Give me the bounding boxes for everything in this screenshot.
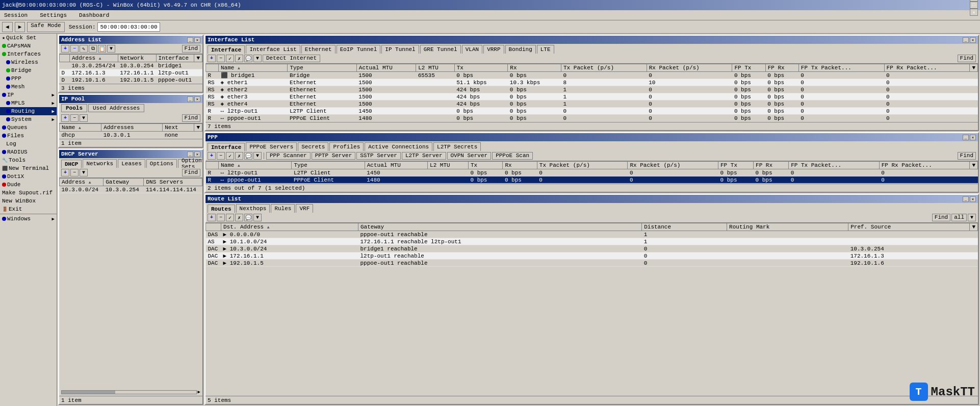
table-row[interactable]: D 172.16.1.3 172.16.1.1 l2tp-out1 xyxy=(60,69,202,77)
sidebar-item-routing[interactable]: Routing ▶ xyxy=(0,107,57,115)
route-find-options[interactable]: ▼ xyxy=(968,214,976,221)
tab-ethernet[interactable]: Ethernet xyxy=(301,45,336,54)
sidebar-item-mpls[interactable]: MPLS ▶ xyxy=(0,99,57,107)
tab-leases[interactable]: Leases xyxy=(118,159,145,168)
interface-list-table-scroll[interactable]: Name ▲ Type Actual MTU L2 MTU Tx Rx Tx P… xyxy=(205,64,978,122)
tab-ppp-interface[interactable]: Interface xyxy=(208,143,245,151)
ppp-close[interactable]: ✕ xyxy=(970,135,976,140)
table-row[interactable]: D 192.10.1.6 192.10.1.5 pppoe-out1 xyxy=(60,77,202,84)
route-all-btn[interactable]: all xyxy=(951,214,967,221)
tab-rules[interactable]: Rules xyxy=(271,204,295,213)
sidebar-item-windows[interactable]: Windows ▶ xyxy=(0,215,57,223)
dhcp-scrollbar[interactable] xyxy=(61,390,197,394)
sidebar-item-tools[interactable]: 🔧 Tools xyxy=(0,156,57,164)
sidebar-item-ppp[interactable]: PPP xyxy=(0,74,57,83)
ppp-remove-btn[interactable]: − xyxy=(217,152,225,160)
addr-paste-btn[interactable]: 📋 xyxy=(98,45,106,53)
tab-pppoe-servers[interactable]: PPPoE Servers xyxy=(246,142,297,151)
route-find-btn[interactable]: Find xyxy=(932,214,950,221)
tab-networks[interactable]: Networks xyxy=(83,159,117,168)
table-row[interactable]: DAC ▶ 192.10.1.5 pppoe-out1 reachable 0 … xyxy=(206,260,978,267)
addr-remove-btn[interactable]: − xyxy=(70,45,79,53)
sidebar-item-ip[interactable]: IP ▶ xyxy=(0,91,57,99)
ppp-col-rxp[interactable]: Rx Packet (p/s) xyxy=(628,162,718,169)
addr-col-scroll[interactable]: ▼ xyxy=(194,55,202,62)
ppp-col-flag[interactable] xyxy=(206,162,219,169)
sidebar-item-wireless[interactable]: Wireless xyxy=(0,58,57,66)
iface-remove-btn[interactable]: − xyxy=(217,55,225,62)
ppp-find-btn[interactable]: Find xyxy=(958,152,976,160)
iface-minimize[interactable]: _ xyxy=(963,37,969,43)
sidebar-item-terminal[interactable]: ⬛ New Terminal xyxy=(0,164,57,172)
addr-find-btn[interactable]: Find xyxy=(182,45,200,53)
sidebar-item-newwinbox[interactable]: New WinBox xyxy=(0,197,57,205)
ppp-disable-btn[interactable]: ✗ xyxy=(235,152,243,160)
table-row[interactable]: R ↔ pppoe-out1 PPPoE Client 1480 0 bps 0… xyxy=(206,176,978,184)
table-row[interactable]: R ↔ l2tp-out1 L2TP Client 1450 0 bps 0 b… xyxy=(206,169,978,176)
ppp-col-fprxp[interactable]: FP Rx Packet... xyxy=(879,162,970,169)
route-comment-btn[interactable]: 💬 xyxy=(244,214,252,221)
tab-bonding[interactable]: Bonding xyxy=(505,45,536,54)
ppp-add-btn[interactable]: + xyxy=(208,152,216,160)
address-list-minimize[interactable]: _ xyxy=(187,37,193,43)
table-row[interactable]: 10.3.0.0/24 10.3.0.254 114.114.114.114 xyxy=(60,186,202,193)
maximize-button[interactable]: □ xyxy=(970,2,978,9)
iface-col-fptxp[interactable]: FP Tx Packet... xyxy=(798,64,884,72)
route-close[interactable]: ✕ xyxy=(970,196,976,202)
ppp-col-fprx[interactable]: FP Rx xyxy=(754,162,789,169)
pool-col-addresses[interactable]: Addresses xyxy=(101,124,163,132)
iface-comment-btn[interactable]: 💬 xyxy=(244,55,252,62)
iface-disable-btn[interactable]: ✗ xyxy=(235,55,243,62)
tab-options[interactable]: Options xyxy=(146,159,177,168)
iface-filter-btn[interactable]: ▼ xyxy=(253,55,262,62)
sidebar-item-bridge[interactable]: Bridge xyxy=(0,66,57,74)
sidebar-item-interfaces[interactable]: Interfaces xyxy=(0,50,57,58)
iface-col-l2mtu[interactable]: L2 MTU xyxy=(416,64,454,72)
route-col-scroll[interactable]: ▼ xyxy=(970,223,978,231)
table-row[interactable]: R ↔ pppoe-out1 PPPoE Client 1480 0 bps 0… xyxy=(206,115,978,122)
addr-col-flag[interactable] xyxy=(60,55,70,62)
iface-col-rx[interactable]: Rx xyxy=(508,64,561,72)
iface-close[interactable]: ✕ xyxy=(970,37,976,43)
sidebar-item-files[interactable]: Files xyxy=(0,132,57,140)
sidebar-item-dot1x[interactable]: Dot1X xyxy=(0,172,57,181)
route-list-table-scroll[interactable]: Dst. Address ▲ Gateway Distance Routing … xyxy=(205,223,978,396)
tab-vrrp[interactable]: VRRP xyxy=(483,45,504,54)
addr-add-btn[interactable]: + xyxy=(61,45,69,53)
sstp-server-btn[interactable]: SSTP Server xyxy=(356,152,401,160)
dhcp-col-gateway[interactable]: Gateway xyxy=(104,179,144,186)
forward-button[interactable]: ▶ xyxy=(15,22,25,32)
iface-enable-btn[interactable]: ✓ xyxy=(226,55,234,62)
ppp-col-fptxp[interactable]: FP Tx Packet... xyxy=(789,162,880,169)
sidebar-item-exit[interactable]: 🚪 Exit xyxy=(0,205,57,213)
tab-pools[interactable]: Pools xyxy=(61,104,87,112)
tab-vrf[interactable]: VRF xyxy=(296,204,313,213)
detect-internet-btn[interactable]: Detect Internet xyxy=(263,55,320,62)
tab-option-sets[interactable]: Option Sets xyxy=(178,159,203,168)
table-row[interactable]: R ↔ l2tp-out1 L2TP Client 1450 0 bps 0 b… xyxy=(206,108,978,115)
iface-col-fptx[interactable]: FP Tx xyxy=(732,64,765,72)
sidebar-item-dude[interactable]: Dude xyxy=(0,181,57,189)
ppp-col-scroll[interactable]: ▼ xyxy=(970,162,978,169)
table-row[interactable]: 10.3.0.254/24 10.3.0.254 bridge1 xyxy=(60,62,202,69)
route-col-mark[interactable]: Routing Mark xyxy=(727,223,848,231)
ppp-col-tx[interactable]: Tx xyxy=(468,162,502,169)
menu-dashboard[interactable]: Dashboard xyxy=(77,11,111,19)
dhcp-scroll-right[interactable]: ▶ xyxy=(198,389,200,395)
sidebar-item-quickset[interactable]: ★ Quick Set xyxy=(0,34,57,42)
addr-edit-btn[interactable]: ✎ xyxy=(80,45,88,53)
route-col-distance[interactable]: Distance xyxy=(642,223,727,231)
iface-col-type[interactable]: Type xyxy=(288,64,356,72)
iface-col-tx[interactable]: Tx xyxy=(454,64,508,72)
table-row[interactable]: AS ▶ 10.1.0.0/24 172.16.1.1 reachable l2… xyxy=(206,238,978,245)
iface-col-txp[interactable]: Tx Packet (p/s) xyxy=(561,64,647,72)
tab-dhcp[interactable]: DHCP xyxy=(61,160,82,168)
ppp-col-fptx[interactable]: FP Tx xyxy=(718,162,754,169)
address-list-table-scroll[interactable]: Address ▲ Network Interface ▼ 10.3.0.254… xyxy=(59,54,202,84)
tab-secrets[interactable]: Secrets xyxy=(298,142,328,151)
l2tp-server-btn[interactable]: L2TP Server xyxy=(402,152,446,160)
ip-pool-close[interactable]: ✕ xyxy=(194,96,200,102)
pptp-server-btn[interactable]: PPTP Server xyxy=(312,152,356,160)
dhcp-filter-btn[interactable]: ▼ xyxy=(80,169,88,176)
route-minimize[interactable]: _ xyxy=(963,196,969,202)
